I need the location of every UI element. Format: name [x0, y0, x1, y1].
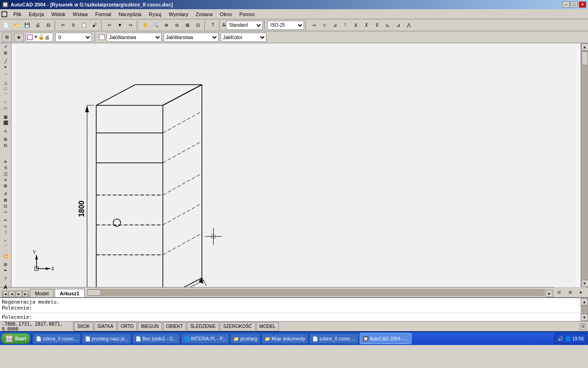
- tab-first-button[interactable]: |◄: [2, 291, 8, 297]
- matchprop-button[interactable]: ✒: [1, 268, 10, 273]
- open-button[interactable]: 📂: [11, 20, 22, 30]
- osnap-btn6[interactable]: ⊼: [362, 20, 372, 30]
- copy-tool[interactable]: ⎘: [1, 165, 10, 171]
- text-style-dropdown[interactable]: Standard: [226, 21, 263, 30]
- move-button[interactable]: ✛: [1, 159, 10, 165]
- menu-wstaw[interactable]: Wstaw: [69, 9, 91, 19]
- layout-btn1[interactable]: ⊟: [554, 287, 564, 297]
- color-dropdown[interactable]: JakKolor: [220, 33, 266, 42]
- redo-button[interactable]: ↪: [125, 20, 136, 30]
- explode-button[interactable]: 💥: [1, 253, 10, 259]
- rectangle-button[interactable]: □: [1, 86, 10, 92]
- paste-button[interactable]: 📋: [79, 20, 89, 30]
- close-button[interactable]: ✕: [579, 1, 586, 8]
- circle-button[interactable]: ○: [1, 99, 10, 105]
- print-preview-button[interactable]: ⊟: [43, 20, 53, 30]
- restore-button[interactable]: □: [571, 1, 578, 8]
- point-button[interactable]: ·: [1, 151, 10, 156]
- h-scroll-right-arrow[interactable]: ►: [546, 290, 553, 297]
- help-button[interactable]: ?: [208, 20, 218, 30]
- menu-edycja[interactable]: Edycja: [25, 9, 48, 19]
- drawing-canvas-area[interactable]: 1800 400 420 50: [11, 43, 581, 287]
- menu-zmiana[interactable]: Zmiana: [192, 9, 216, 19]
- osnap-btn2[interactable]: ⊹: [319, 20, 329, 30]
- layer-manager-button[interactable]: ⊞: [2, 33, 12, 42]
- print-button[interactable]: 🖨: [33, 20, 43, 30]
- menu-widok[interactable]: Widok: [48, 9, 69, 19]
- stretch-button[interactable]: ⊡: [1, 203, 10, 209]
- title-bar-controls[interactable]: ─ □ ✕: [562, 1, 586, 8]
- start-button[interactable]: 🪟 Start: [1, 333, 30, 344]
- mirror-button[interactable]: ◫: [1, 171, 10, 177]
- tab-prev-button[interactable]: ◄: [9, 291, 15, 297]
- osnap-btn1[interactable]: ⊸: [309, 20, 319, 30]
- break-button[interactable]: ⊺: [1, 230, 10, 235]
- menu-rysuj[interactable]: Rysuj: [145, 9, 165, 19]
- scroll-track[interactable]: [581, 51, 588, 280]
- task-dokumenty[interactable]: 📁 Moje dokumenty: [261, 333, 308, 344]
- scroll-down-arrow[interactable]: ▼: [581, 280, 588, 287]
- task-autocad[interactable]: 🔲 AutoCAD 2004 - ...: [360, 333, 412, 344]
- offset-button[interactable]: ≡: [1, 177, 10, 183]
- osnap-btn7[interactable]: ⊽: [372, 20, 382, 30]
- lengthen-button[interactable]: ⊸: [1, 209, 10, 215]
- tab-model[interactable]: Model: [30, 289, 54, 297]
- menu-narzedzia[interactable]: Narzędzia: [115, 9, 145, 19]
- ray-button[interactable]: ✶: [1, 64, 10, 70]
- osnap-btn3[interactable]: ⊿: [330, 20, 340, 30]
- new-button[interactable]: 📄: [1, 20, 11, 30]
- task-interia[interactable]: 🌐 INTERIA.PL - P...: [181, 333, 230, 344]
- linetype-dropdown[interactable]: JakWarstwa: [107, 33, 162, 42]
- task-beztytu[interactable]: 📄 Bez tytułu1 - O...: [132, 333, 180, 344]
- fillet-button[interactable]: ⌒: [1, 244, 10, 251]
- tab-arkusz1[interactable]: Arkusz1: [55, 289, 85, 297]
- horizontal-scroll-thumb[interactable]: [87, 289, 101, 296]
- pan-button[interactable]: ✋: [140, 20, 150, 30]
- select-crossing[interactable]: ⊞: [1, 50, 10, 56]
- arc-button[interactable]: ⌒: [1, 92, 10, 99]
- region-button[interactable]: ⬛: [1, 120, 10, 126]
- menu-plik[interactable]: Plik: [10, 9, 25, 19]
- osnap-btn10[interactable]: ⋀: [404, 20, 414, 30]
- insert-block[interactable]: ⊞: [1, 137, 10, 142]
- osnap-btn9[interactable]: ⊿: [393, 20, 403, 30]
- biegun-button[interactable]: BIEGUN: [138, 322, 162, 331]
- task-szkice[interactable]: 📄 szkice_II czesc...: [33, 333, 81, 344]
- zoom-all-button[interactable]: ⊡: [193, 20, 203, 30]
- multiline-text[interactable]: A: [1, 128, 10, 134]
- skok-button[interactable]: SKOK: [74, 322, 93, 331]
- inquiry-button[interactable]: ?: [1, 276, 10, 282]
- rotate-button[interactable]: ↺: [1, 191, 10, 197]
- osnap-btn8[interactable]: ⊾: [383, 20, 393, 30]
- trim-button[interactable]: ✂: [1, 218, 10, 223]
- menu-wymiary[interactable]: Wymiary: [165, 9, 192, 19]
- polyline-button[interactable]: ⌒: [1, 73, 10, 80]
- cmd-scroll-down[interactable]: ▼: [581, 314, 588, 321]
- tab-last-button[interactable]: ►|: [23, 291, 29, 297]
- minimize-button[interactable]: ─: [562, 1, 570, 8]
- select-button[interactable]: ↗: [1, 44, 10, 50]
- szerokosc-button[interactable]: SZEROKOŚĆ: [220, 322, 255, 331]
- undo-button[interactable]: ↩: [104, 20, 114, 30]
- zoom-window-button[interactable]: ⊕: [161, 20, 171, 30]
- extend-button[interactable]: ⊹: [1, 224, 10, 229]
- line-button[interactable]: ╱: [1, 58, 10, 64]
- lineweight-dropdown[interactable]: JakWarstwa: [164, 33, 219, 42]
- scroll-up-arrow[interactable]: ▲: [581, 43, 588, 51]
- task-przetarg[interactable]: 📄 przetarg nasz pi...: [82, 333, 131, 344]
- cmd-scroll-up[interactable]: ▲: [581, 298, 588, 305]
- task-szkice2[interactable]: 📄 szkice_II czesc ...: [309, 333, 358, 344]
- zoom-button[interactable]: 🔍: [151, 20, 161, 30]
- menu-pomoc[interactable]: Pomoc: [236, 9, 259, 19]
- zoom-ext-button[interactable]: ⊠: [182, 20, 192, 30]
- task-przetarg-folder[interactable]: 📁 przetarg: [230, 333, 260, 344]
- dim-style-dropdown[interactable]: ISO-25: [267, 21, 304, 30]
- horizontal-scroll-track[interactable]: [87, 289, 545, 296]
- copy-button[interactable]: ⎘: [68, 20, 79, 30]
- command-input-row[interactable]: Polecenie:: [0, 313, 588, 321]
- command-scrollbar[interactable]: ▲ ▼: [581, 298, 588, 321]
- make-block[interactable]: ⊟: [1, 143, 10, 148]
- polygon-button[interactable]: △: [1, 80, 10, 86]
- layout-btn3[interactable]: ►: [576, 287, 586, 297]
- layer-dropdown[interactable]: 0: [55, 33, 92, 42]
